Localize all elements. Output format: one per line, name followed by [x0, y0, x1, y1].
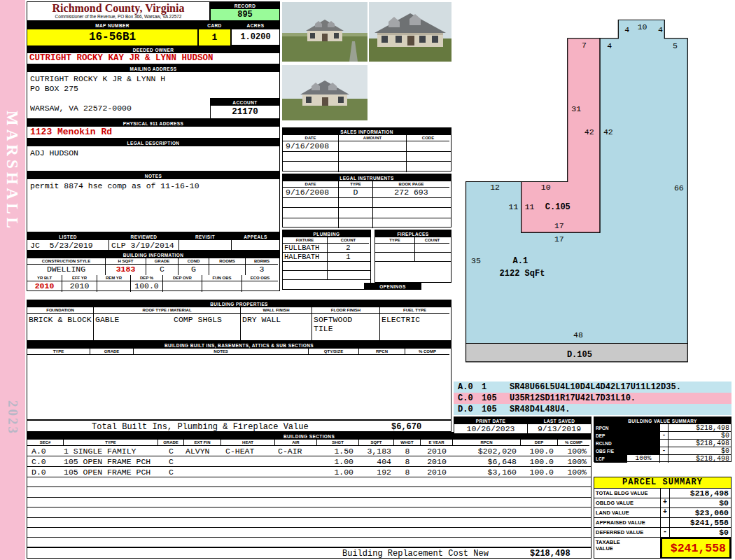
- physical-address-label: PHYSICAL 911 ADDRESS: [27, 120, 279, 127]
- col-header: CONSTRUCTION STYLE: [27, 258, 106, 265]
- section-row: C.0 105 OPEN FRAME PCH C 1.00 404 8 2010…: [27, 456, 591, 467]
- built-ins-title: BUILDING BUILT INS, BASEMENTS, ATTICS & …: [27, 342, 451, 349]
- review-row: LISTED JC 5/23/2019 REVIEWED CLP 3/19/20…: [27, 232, 280, 251]
- sketch-num: 105: [482, 393, 510, 404]
- col-header: GRADE: [158, 440, 184, 446]
- col-header: HEAT: [221, 440, 275, 446]
- svg-text:D.105: D.105: [567, 350, 592, 360]
- grade-value: C: [146, 265, 178, 275]
- fuel-type-value: ELECTRIC: [380, 314, 449, 340]
- listed-label: LISTED: [27, 233, 108, 240]
- col-header: RPCN: [359, 349, 405, 355]
- col-header: WALL FINISH: [241, 307, 312, 314]
- map-number-box: MAP NUMBER 16-56B1: [27, 21, 198, 46]
- col-header: AMOUNT: [339, 135, 407, 141]
- plumbing-section: PLUMBING FIXTURE COUNT FULLBATH 2 HALFBA…: [282, 230, 371, 290]
- instrument-date: 9/16/2008: [283, 188, 339, 197]
- cond-value: G: [178, 265, 209, 275]
- empty-row: [27, 498, 591, 507]
- built-ins-total-row: Total Built Ins, Plumbing & Fireplace Va…: [27, 420, 451, 432]
- reviewed-label: REVIEWED: [109, 233, 178, 240]
- record-label: RECORD: [211, 2, 279, 9]
- account-box: ACCOUNT 21170: [210, 98, 280, 119]
- physical-address-value: 1123 Menokin Rd: [27, 127, 279, 138]
- record-box: RECORD 895: [210, 1, 280, 21]
- svg-text:4: 4: [607, 41, 612, 50]
- sketch-string-row: A.0 1 SR48U66L5U4L10D4L4D42L17U11L12D35.: [454, 382, 732, 393]
- col-header: BOOK PAGE: [373, 181, 449, 188]
- svg-text:2122 SqFt: 2122 SqFt: [500, 269, 545, 279]
- building-information: BUILDING INFORMATION CONSTRUCTION STYLE …: [27, 251, 280, 291]
- depovr-value: [163, 281, 202, 292]
- plumbing-fixture: FULLBATH: [283, 244, 328, 252]
- sketch-num: 1: [482, 382, 510, 393]
- appeals-label: APPEALS: [232, 233, 279, 240]
- col-header: YR BLT: [27, 275, 62, 281]
- instrument-bookpage: 272 693: [373, 188, 449, 197]
- legal-description-value: ADJ HUDSON: [27, 146, 279, 158]
- col-header: RPCN: [453, 440, 521, 446]
- ecoobs-value: [242, 281, 278, 292]
- built-ins-section: BUILDING BUILT INS, BASEMENTS, ATTICS & …: [27, 341, 451, 420]
- openings-label: OPENINGS: [364, 283, 421, 290]
- empty-row: [27, 507, 591, 517]
- sketch-vector: U35R12SD11R17U42L7D31L10.: [510, 393, 732, 404]
- col-header: COND: [178, 258, 209, 265]
- col-header: DATE: [283, 181, 339, 188]
- notes-value: permit 8874 hse comp as of 11-16-10: [27, 179, 279, 190]
- acres-value: 1.0200: [232, 29, 279, 46]
- house-photo-image: [282, 65, 368, 120]
- col-header: TYPE: [64, 440, 158, 446]
- sketch-strings: A.0 1 SR48U66L5U4L10D4L4D42L17U11L12D35.…: [454, 382, 732, 415]
- col-header: FIXTURE: [283, 237, 328, 244]
- col-header: H SQFT: [106, 258, 146, 265]
- plumbing-count: 1: [328, 253, 369, 261]
- sale-amount: [339, 141, 407, 151]
- print-saved-row: PRINT DATE 10/26/2023 LAST SAVED 9/13/20…: [454, 416, 592, 434]
- svg-text:A.1: A.1: [513, 256, 528, 266]
- col-header: E YEAR: [421, 440, 453, 446]
- col-header: TYPE: [27, 349, 90, 355]
- property-photo-3: [282, 65, 368, 120]
- sketch-svg: 41047453142426612101111C.105171735A.1212…: [465, 19, 690, 363]
- parcel-row: OBLDG VALUE + $0: [594, 498, 731, 508]
- mailing-line: CUTRIGHT ROCKY K JR & LYNN H: [30, 74, 279, 84]
- col-header: EFF YR: [62, 275, 97, 281]
- bvs-row: RPCN $218,498: [594, 424, 731, 432]
- col-header: COUNT: [328, 237, 369, 244]
- county-header-box: Richmond County, Virginia Commissioner o…: [27, 1, 210, 21]
- sale-code: [407, 141, 449, 151]
- building-sections-table: BUILDING SECTIONS SEC# TYPE GRADE EXT FI…: [27, 432, 592, 547]
- sketch-sec: C.0: [454, 393, 482, 404]
- house-photo-image: [282, 2, 368, 62]
- svg-text:31: 31: [571, 104, 581, 113]
- empty-row: [27, 477, 591, 487]
- col-header: WHGT: [394, 440, 421, 446]
- sketch-vector: SR48U66L5U4L10D4L4D42L17U11L12D35.: [510, 382, 732, 393]
- section-row: A.0 1 SINGLE FAMILY C ALVYN C-HEAT C-AIR…: [27, 446, 591, 456]
- col-header: REM YR: [97, 275, 131, 281]
- svg-text:4: 4: [624, 25, 629, 34]
- parcel-summary: PARCEL SUMMARY TOTAL BLDG VALUE $218,498…: [594, 477, 732, 559]
- deeded-owner-value: CUTRIGHT ROCKY KAY JR & LYNN HUDSON: [27, 53, 279, 64]
- sale-date: 9/16/2008: [283, 141, 339, 151]
- fireplaces-title: FIREPLACES: [375, 230, 451, 237]
- col-header: DEP %: [131, 275, 163, 281]
- svg-text:10: 10: [541, 183, 551, 192]
- notes-box: NOTES permit 8874 hse comp as of 11-16-1…: [27, 172, 280, 232]
- wall-finish-value: DRY WALL: [241, 314, 312, 340]
- listed-value: JC 5/23/2019: [27, 240, 108, 251]
- remyr-value: [97, 281, 131, 292]
- svg-text:48: 48: [573, 330, 583, 340]
- parcel-row-taxable: TAXABLE VALUE $241,558: [594, 538, 731, 559]
- built-ins-total-label: Total Built Ins, Plumbing & Fireplace Va…: [92, 422, 309, 432]
- marshall-watermark: MARSHALL: [3, 111, 21, 232]
- yrblt-value: 2010: [27, 281, 62, 292]
- bdrms-value: 3: [246, 265, 278, 275]
- plumbing-count: 2: [328, 244, 369, 252]
- bvs-row: OBS F/E - $0: [594, 447, 731, 455]
- house-photo-image: [369, 2, 451, 62]
- col-header: FOUNDATION: [27, 307, 94, 314]
- col-header: FUEL TYPE: [380, 307, 449, 314]
- svg-text:42: 42: [584, 127, 594, 136]
